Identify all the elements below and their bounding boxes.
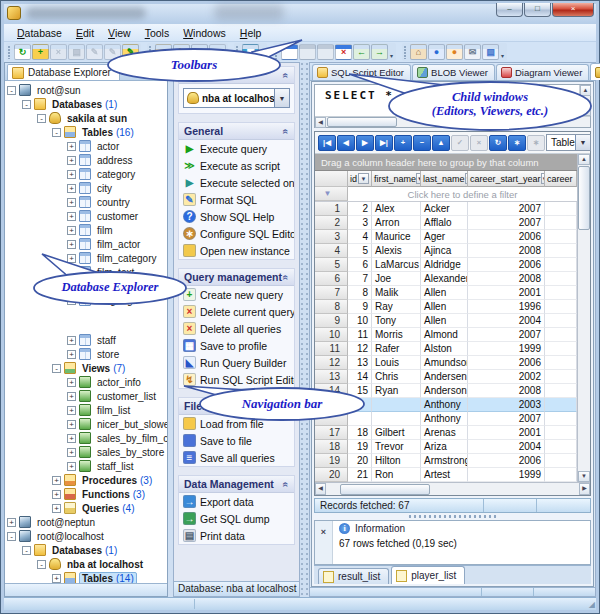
close-button[interactable]: ×: [552, 3, 594, 17]
scroll-right-icon[interactable]: ▶: [579, 483, 590, 495]
table-row[interactable]: 4 5 Alexis Ajinca 2008: [315, 244, 577, 258]
title-bar[interactable]: –□×: [4, 4, 596, 24]
section-data-management-header[interactable]: Data Management«: [179, 476, 294, 493]
collapse-chevron-icon[interactable]: «: [281, 128, 292, 134]
edit-record-button[interactable]: ▲: [432, 135, 450, 151]
last-name-cell[interactable]: Ajinca: [421, 244, 468, 258]
last-name-cell[interactable]: Anthony: [421, 398, 468, 412]
last-name-cell[interactable]: Amundson: [421, 356, 468, 370]
id-cell[interactable]: 11: [348, 328, 372, 342]
career-cell[interactable]: [545, 300, 577, 314]
career-start-year-cell[interactable]: 2004: [468, 440, 545, 454]
career-cell[interactable]: [545, 426, 577, 440]
tree-item[interactable]: + store: [5, 347, 167, 361]
save-to-file-item[interactable]: Save to file: [179, 432, 294, 449]
first-name-cell[interactable]: Louis: [372, 356, 421, 370]
table-row[interactable]: 9 10 Tony Allen 2004: [315, 314, 577, 328]
career-start-year-cell[interactable]: 1999: [468, 468, 545, 482]
first-name-cell[interactable]: Arron: [372, 216, 421, 230]
grid-horizontal-scrollbar[interactable]: ◀ ▶: [315, 482, 590, 495]
career-cell[interactable]: [545, 202, 577, 216]
last-record-button[interactable]: ▶|: [375, 135, 393, 151]
first-name-cell[interactable]: Chris: [372, 370, 421, 384]
table-row[interactable]: 11 12 Rafer Alston 1999: [315, 342, 577, 356]
menu-item[interactable]: Database: [10, 25, 69, 41]
tree-item[interactable]: + category: [5, 167, 167, 181]
cancel-edit-button[interactable]: ×: [470, 135, 488, 151]
tree-item[interactable]: - root@localhost: [5, 529, 167, 543]
last-name-cell[interactable]: Alexander: [421, 272, 468, 286]
row-indicator-header[interactable]: [315, 171, 348, 187]
expander-icon[interactable]: +: [67, 226, 76, 235]
career-start-year-cell[interactable]: 2001: [468, 426, 545, 440]
first-name-cell[interactable]: Maurice: [372, 230, 421, 244]
last-name-cell[interactable]: Acker: [421, 202, 468, 216]
expander-icon[interactable]: -: [7, 532, 16, 541]
first-name-cell[interactable]: [372, 398, 421, 412]
row-number-cell[interactable]: 19: [315, 454, 348, 468]
execute-query-item[interactable]: ▶Execute query: [179, 140, 294, 157]
web-icon[interactable]: ●: [428, 44, 445, 60]
tree-item[interactable]: - Views(7): [5, 361, 167, 375]
fetch-all-button[interactable]: ∗: [508, 135, 526, 151]
career-start-year-cell[interactable]: 2007: [468, 216, 545, 230]
post-edit-button[interactable]: ✓: [451, 135, 469, 151]
expander-icon[interactable]: +: [52, 504, 61, 513]
expander-icon[interactable]: +: [52, 574, 61, 583]
expander-icon[interactable]: +: [67, 406, 76, 415]
maximize-button[interactable]: □: [524, 3, 551, 17]
expander-icon[interactable]: -: [37, 560, 46, 569]
id-cell[interactable]: 8: [348, 286, 372, 300]
splitter-navbar-child[interactable]: [300, 62, 309, 597]
table-row[interactable]: 12 13 Louis Amundson 2006: [315, 356, 577, 370]
first-name-cell[interactable]: Tony: [372, 314, 421, 328]
last-name-cell[interactable]: Anderson: [421, 384, 468, 398]
career-start-year-cell[interactable]: 1996: [468, 300, 545, 314]
expander-icon[interactable]: +: [67, 434, 76, 443]
chevron-down-icon[interactable]: ▼: [575, 135, 590, 150]
first-name-cell[interactable]: Joe: [372, 272, 421, 286]
row-number-cell[interactable]: 9: [315, 314, 348, 328]
last-name-cell[interactable]: Ariza: [421, 440, 468, 454]
id-cell[interactable]: 4: [348, 230, 372, 244]
expander-icon[interactable]: +: [67, 142, 76, 151]
expander-icon[interactable]: -: [22, 546, 31, 555]
group-by-bar[interactable]: Drag a column header here to group by th…: [315, 154, 577, 171]
expander-icon[interactable]: +: [67, 378, 76, 387]
column-filter-icon[interactable]: ▼: [358, 173, 369, 184]
career-cell[interactable]: [545, 244, 577, 258]
career-start-year-cell[interactable]: 2006: [468, 230, 545, 244]
career-cell[interactable]: [545, 468, 577, 482]
row-number-cell[interactable]: 10: [315, 328, 348, 342]
career-start-year-cell[interactable]: 2006: [468, 258, 545, 272]
last-name-cell[interactable]: Ager: [421, 230, 468, 244]
row-number-cell[interactable]: 20: [315, 468, 348, 482]
fetch-next-button[interactable]: ∗: [527, 135, 545, 151]
id-cell[interactable]: 19: [348, 440, 372, 454]
expander-icon[interactable]: +: [67, 170, 76, 179]
career-cell[interactable]: [545, 440, 577, 454]
career-cell[interactable]: [545, 370, 577, 384]
table-row[interactable]: 17 18 Gilbert Arenas 2001: [315, 426, 577, 440]
expander-icon[interactable]: +: [67, 350, 76, 359]
row-number-cell[interactable]: 12: [315, 356, 348, 370]
nav-back-icon[interactable]: ←: [353, 44, 370, 60]
tree-item[interactable]: + sales_by_film_categor: [5, 431, 167, 445]
row-number-cell[interactable]: 1: [315, 202, 348, 216]
nav-forward-icon[interactable]: →: [371, 44, 388, 60]
minimize-button[interactable]: –: [496, 3, 523, 17]
menu-item[interactable]: Edit: [69, 25, 101, 41]
first-name-cell[interactable]: Trevor: [372, 440, 421, 454]
expander-icon[interactable]: +: [67, 420, 76, 429]
row-number-cell[interactable]: 8: [315, 300, 348, 314]
info-splitter[interactable]: [314, 513, 591, 520]
expander-icon[interactable]: +: [7, 518, 16, 527]
home-icon[interactable]: ⌂: [410, 44, 427, 60]
tree-item[interactable]: + country: [5, 195, 167, 209]
execute-selected-only-item[interactable]: ▶Execute selected only: [179, 174, 294, 191]
expander-icon[interactable]: +: [52, 490, 61, 499]
tree-item[interactable]: + film_list: [5, 403, 167, 417]
career-start-year-cell[interactable]: 2006: [468, 356, 545, 370]
career-start-year-cell[interactable]: 2008: [468, 384, 545, 398]
last-name-cell[interactable]: Almond: [421, 328, 468, 342]
